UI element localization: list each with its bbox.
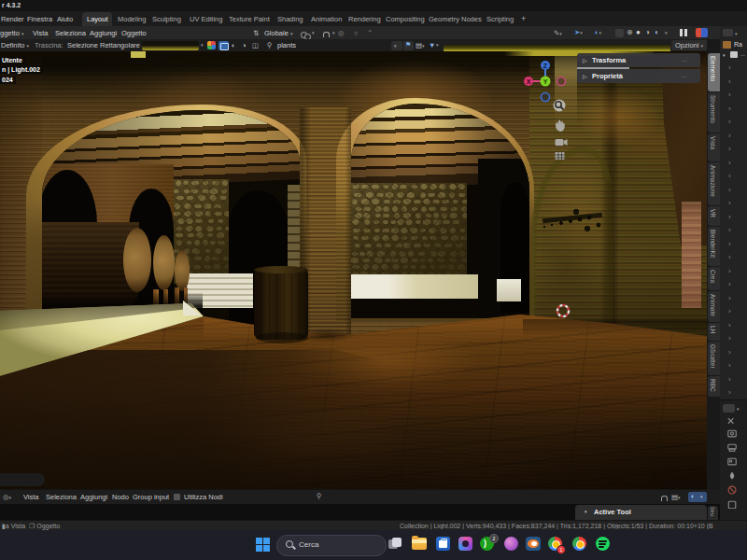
svg-text:Z: Z bbox=[543, 63, 548, 69]
svg-text:X: X bbox=[527, 78, 531, 85]
svg-text:Y: Y bbox=[543, 78, 548, 85]
